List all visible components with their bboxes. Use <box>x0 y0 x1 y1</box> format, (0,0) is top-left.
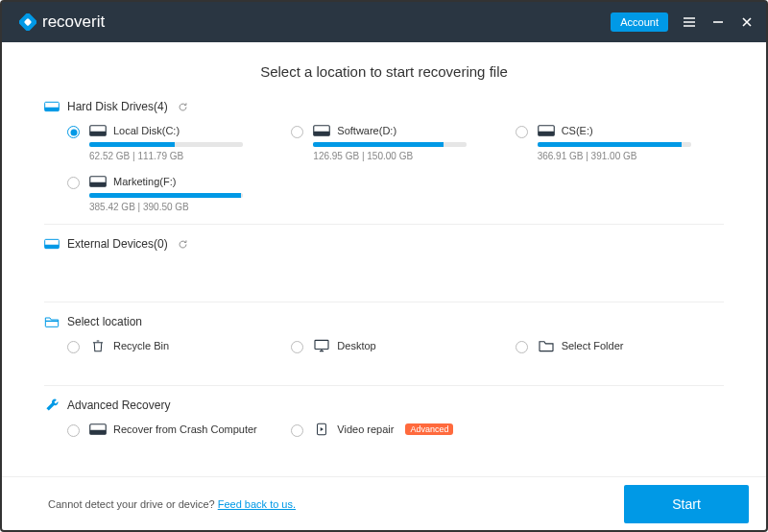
folder-icon <box>538 339 555 352</box>
drive-item[interactable]: CS(E:)366.91 GB | 391.00 GB <box>516 124 724 161</box>
advanced-row: Recover from Crash Computer <box>89 423 276 436</box>
svg-rect-17 <box>90 430 107 435</box>
drive-size: 126.95 GB | 150.00 GB <box>313 151 499 161</box>
external-section: External Devices(0) <box>44 236 724 290</box>
svg-rect-15 <box>315 340 328 349</box>
radio-button[interactable] <box>291 341 303 353</box>
drive-row: Marketing(F:) <box>89 175 276 188</box>
select-location-head: Select location <box>44 314 724 329</box>
brand: recoverit <box>19 12 105 32</box>
video-repair-icon <box>313 423 330 436</box>
location-item[interactable]: Desktop <box>291 339 499 374</box>
drive-body: Marketing(F:)385.42 GB | 390.50 GB <box>89 175 276 212</box>
radio-button[interactable] <box>67 126 80 138</box>
hdd-section: Hard Disk Drives(4) Local Disk(C:)62.52 … <box>44 99 724 212</box>
crash-recover-icon <box>89 423 107 436</box>
drive-item[interactable]: Marketing(F:)385.42 GB | 390.50 GB <box>67 175 276 212</box>
brand-text: recoverit <box>42 12 105 32</box>
account-button[interactable]: Account <box>611 12 668 32</box>
location-body: Desktop <box>313 339 499 352</box>
content-area: Select a location to start recovering fi… <box>2 42 766 476</box>
locations-grid: Recycle BinDesktopSelect Folder <box>44 339 724 374</box>
usage-bar <box>89 193 243 198</box>
advanced-body: Recover from Crash Computer <box>89 423 276 436</box>
drive-size: 385.42 GB | 390.50 GB <box>89 202 276 212</box>
usage-bar <box>538 142 691 147</box>
drive-row: Software(D:) <box>313 124 499 137</box>
start-button[interactable]: Start <box>624 485 749 523</box>
hdd-section-head: Hard Disk Drives(4) <box>44 99 724 114</box>
refresh-icon[interactable] <box>178 239 188 250</box>
drive-body: CS(E:)366.91 GB | 391.00 GB <box>538 124 724 161</box>
minimize-icon[interactable] <box>710 14 726 30</box>
drive-size: 366.91 GB | 391.00 GB <box>538 151 724 161</box>
external-section-head: External Devices(0) <box>44 236 724 252</box>
svg-rect-5 <box>90 132 107 136</box>
close-icon[interactable] <box>739 14 755 30</box>
drive-item[interactable]: Software(D:)126.95 GB | 150.00 GB <box>291 124 499 161</box>
external-device-icon <box>44 236 60 252</box>
location-item[interactable]: Select Folder <box>516 339 724 374</box>
hdd-icon <box>44 99 60 114</box>
folder-open-icon <box>44 314 60 329</box>
drive-label: Software(D:) <box>337 125 396 136</box>
radio-button[interactable] <box>516 126 528 138</box>
drive-body: Local Disk(C:)62.52 GB | 111.79 GB <box>89 124 276 161</box>
menu-icon[interactable] <box>682 14 697 30</box>
advanced-section: Advanced Recovery Recover from Crash Com… <box>44 398 724 457</box>
select-location-section: Select location Recycle BinDesktopSelect… <box>44 314 724 374</box>
page-title: Select a location to start recovering fi… <box>44 63 724 80</box>
location-label: Select Folder <box>562 340 624 351</box>
radio-button[interactable] <box>291 424 303 437</box>
recycle-bin-icon <box>89 339 107 352</box>
advanced-item[interactable]: Recover from Crash Computer <box>67 423 276 457</box>
divider <box>44 385 724 386</box>
radio-button[interactable] <box>516 341 528 353</box>
external-empty <box>44 261 724 290</box>
advanced-row: Video repairAdvanced <box>313 423 499 436</box>
footer-prompt: Cannot detect your drive or device? <box>48 498 218 510</box>
drives-grid: Local Disk(C:)62.52 GB | 111.79 GBSoftwa… <box>44 124 724 212</box>
svg-rect-13 <box>45 245 60 249</box>
advanced-section-label: Advanced Recovery <box>67 399 170 412</box>
radio-button[interactable] <box>67 424 80 437</box>
svg-rect-9 <box>538 132 554 136</box>
titlebar-controls: Account <box>611 12 755 32</box>
hdd-section-label: Hard Disk Drives(4) <box>67 100 168 113</box>
drive-body: Software(D:)126.95 GB | 150.00 GB <box>313 124 499 161</box>
advanced-grid: Recover from Crash ComputerVideo repairA… <box>44 423 724 457</box>
drive-label: Marketing(F:) <box>113 176 176 187</box>
drive-label: Local Disk(C:) <box>113 125 180 136</box>
location-item[interactable]: Recycle Bin <box>67 339 276 374</box>
brand-logo-icon <box>19 13 36 31</box>
wrench-icon <box>44 398 60 413</box>
usage-bar-fill <box>538 142 682 147</box>
drive-icon <box>89 175 107 188</box>
advanced-item[interactable]: Video repairAdvanced <box>291 423 499 457</box>
app-window: recoverit Account Select a location to s… <box>0 0 768 532</box>
drive-icon <box>313 124 330 137</box>
footer-text: Cannot detect your drive or device? Feed… <box>48 498 296 510</box>
location-label: Desktop <box>337 340 375 351</box>
drive-row: Local Disk(C:) <box>89 124 276 137</box>
feedback-link[interactable]: Feed back to us. <box>218 498 296 510</box>
svg-rect-14 <box>45 321 58 322</box>
select-location-label: Select location <box>67 315 142 328</box>
svg-rect-7 <box>314 132 330 136</box>
location-row: Recycle Bin <box>89 339 276 352</box>
footer: Cannot detect your drive or device? Feed… <box>2 476 766 530</box>
divider <box>44 302 724 302</box>
usage-bar <box>89 142 243 147</box>
desktop-icon <box>313 339 330 352</box>
location-row: Desktop <box>313 339 499 352</box>
radio-button[interactable] <box>67 177 80 189</box>
usage-bar-fill <box>313 142 443 147</box>
drive-item[interactable]: Local Disk(C:)62.52 GB | 111.79 GB <box>67 124 276 161</box>
radio-button[interactable] <box>291 126 303 138</box>
advanced-body: Video repairAdvanced <box>313 423 499 436</box>
refresh-icon[interactable] <box>178 102 188 112</box>
radio-button[interactable] <box>67 341 80 353</box>
advanced-section-head: Advanced Recovery <box>44 398 724 413</box>
location-label: Recycle Bin <box>113 340 169 351</box>
location-body: Select Folder <box>538 339 724 352</box>
